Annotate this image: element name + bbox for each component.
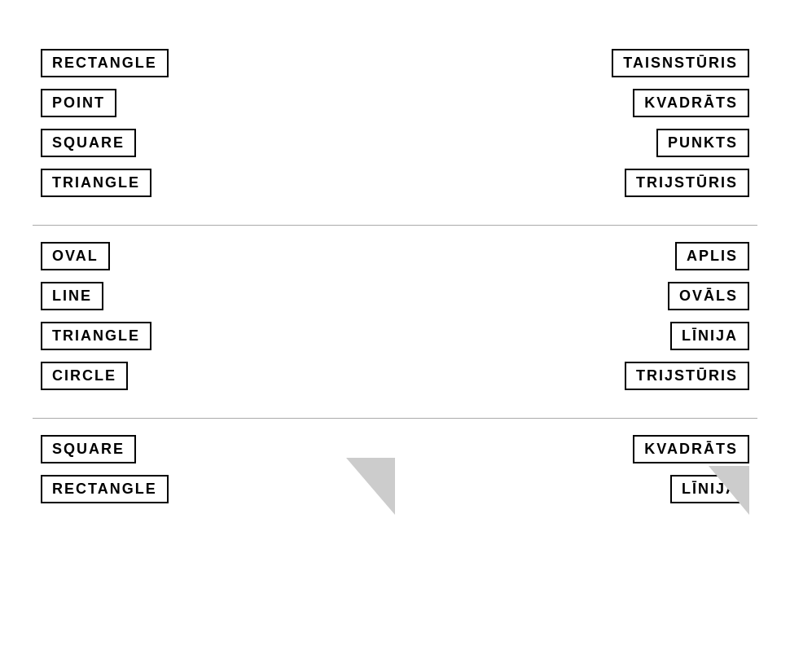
word-box-right[interactable]: TRIJSTŪRIS: [625, 169, 749, 197]
word-box-left[interactable]: RECTANGLE: [41, 49, 169, 77]
word-row: RECTANGLELĪNIJA: [41, 475, 749, 503]
word-row: LINEOVĀLS: [41, 282, 749, 310]
word-box-right[interactable]: TAISNSTŪRIS: [612, 49, 749, 77]
word-box-left[interactable]: TRIANGLE: [41, 169, 151, 197]
word-row: SQUAREPUNKTS: [41, 129, 749, 157]
word-box-left[interactable]: LINE: [41, 282, 103, 310]
section-2: OVALAPLISLINEOVĀLSTRIANGLELĪNIJACIRCLETR…: [0, 234, 790, 410]
word-row: SQUAREKVADRĀTS: [41, 435, 749, 463]
word-box-left[interactable]: SQUARE: [41, 129, 136, 157]
section-3: SQUAREKVADRĀTSRECTANGLELĪNIJA: [0, 427, 790, 523]
section-1: RECTANGLETAISNSTŪRISPOINTKVADRĀTSSQUAREP…: [0, 41, 790, 217]
triangle-decoration-right: [709, 466, 749, 515]
word-row: TRIANGLETRIJSTŪRIS: [41, 169, 749, 197]
word-box-left[interactable]: POINT: [41, 89, 116, 117]
word-box-right[interactable]: KVADRĀTS: [633, 89, 749, 117]
word-box-right[interactable]: OVĀLS: [668, 282, 749, 310]
word-row: CIRCLETRIJSTŪRIS: [41, 362, 749, 390]
word-box-right[interactable]: TRIJSTŪRIS: [625, 362, 749, 390]
word-box-right[interactable]: PUNKTS: [656, 129, 749, 157]
page-title: [0, 0, 790, 41]
word-box-left[interactable]: OVAL: [41, 242, 110, 270]
word-box-right[interactable]: KVADRĀTS: [633, 435, 749, 463]
word-box-right[interactable]: APLIS: [675, 242, 749, 270]
word-box-left[interactable]: RECTANGLE: [41, 475, 169, 503]
word-box-left[interactable]: CIRCLE: [41, 362, 128, 390]
word-row: OVALAPLIS: [41, 242, 749, 270]
word-box-left[interactable]: TRIANGLE: [41, 322, 151, 350]
divider-1: [33, 225, 757, 226]
word-box-left[interactable]: SQUARE: [41, 435, 136, 463]
divider-2: [33, 418, 757, 419]
word-row: TRIANGLELĪNIJA: [41, 322, 749, 350]
word-row: RECTANGLETAISNSTŪRIS: [41, 49, 749, 77]
triangle-decoration-left: [346, 458, 395, 515]
word-box-right[interactable]: LĪNIJA: [670, 322, 749, 350]
word-row: POINTKVADRĀTS: [41, 89, 749, 117]
